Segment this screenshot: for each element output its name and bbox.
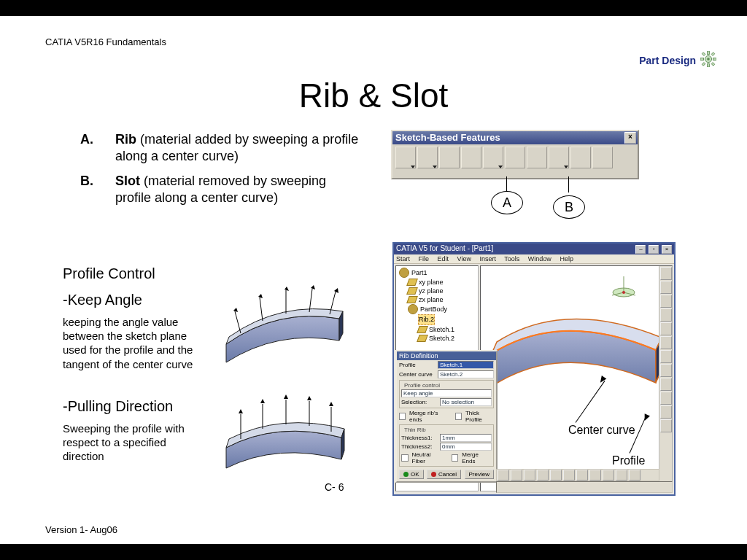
thickness2-field[interactable]: 0mm [440, 443, 492, 451]
dialog-title: Rib Definition [397, 351, 496, 360]
vtool-btn[interactable] [660, 336, 672, 349]
catia-window-title: CATIA V5 for Student - [Part1] [396, 244, 493, 254]
close-icon[interactable]: × [624, 132, 636, 144]
merge-ends2-checkbox[interactable] [452, 454, 459, 462]
vtool-btn[interactable] [660, 267, 672, 280]
svg-marker-15 [233, 308, 238, 312]
merge-ends-checkbox[interactable] [399, 413, 406, 420]
footer-text: Version 1- Aug06 [45, 524, 117, 535]
menu-tools[interactable]: Tools [504, 255, 519, 262]
tree-sketch2[interactable]: Sketch.2 [429, 334, 454, 343]
multisections-button[interactable] [570, 147, 591, 168]
vtool-btn[interactable] [660, 392, 672, 405]
btool[interactable] [498, 470, 509, 481]
removed-multisections-button[interactable] [592, 147, 613, 168]
selection-field[interactable]: No selection [440, 398, 492, 406]
keep-angle-illustration [219, 279, 350, 366]
svg-rect-1 [708, 51, 710, 55]
neutral-fiber-label: Neutral Fiber [412, 451, 444, 464]
vtool-btn[interactable] [660, 405, 672, 419]
center-curve-annotation: Center curve [568, 424, 635, 437]
slot-button[interactable] [527, 147, 547, 168]
btool[interactable] [616, 470, 627, 481]
minimize-icon[interactable]: – [635, 245, 646, 254]
btool[interactable] [563, 470, 575, 481]
vtool-btn[interactable] [660, 295, 672, 308]
profile-control-select[interactable]: Keep angle [401, 389, 492, 397]
hole-button[interactable] [483, 147, 503, 168]
btool[interactable] [589, 470, 601, 481]
center-curve-field[interactable]: Sketch.2 [438, 370, 494, 378]
pad-button[interactable] [395, 147, 416, 168]
menu-edit[interactable]: Edit [438, 255, 449, 262]
vtool-btn[interactable] [660, 308, 672, 322]
menu-view[interactable]: View [457, 255, 471, 262]
bottom-toolbar [496, 469, 659, 481]
status-bar [496, 481, 673, 493]
def-b-desc: (material removed by sweeping profile al… [115, 174, 326, 205]
rib-definition-dialog: Rib Definition ProfileSketch.1 Center cu… [395, 350, 498, 483]
pocket-button[interactable] [417, 147, 438, 168]
tree-zx[interactable]: zx plane [419, 295, 444, 304]
thickness1-field[interactable]: 1mm [440, 434, 492, 442]
shaft-button[interactable] [439, 147, 460, 168]
tree-root[interactable]: Part1 [411, 268, 427, 277]
maximize-icon[interactable]: ▫ [649, 245, 659, 254]
thickness1-label: Thickness1: [401, 435, 438, 441]
tree-xy[interactable]: xy plane [419, 278, 444, 287]
keep-angle-heading: -Keep Angle [63, 292, 142, 308]
menu-start[interactable]: Start [396, 255, 410, 262]
neutral-fiber-checkbox[interactable] [401, 454, 409, 462]
def-b-term: Slot [115, 174, 140, 188]
keep-angle-desc: keeping the angle value between the sket… [63, 315, 209, 371]
btool[interactable] [511, 470, 522, 481]
tree-body[interactable]: PartBody [420, 305, 447, 314]
groove-button[interactable] [461, 147, 481, 168]
vtool-btn[interactable] [660, 419, 672, 432]
profile-field[interactable]: Sketch.1 [438, 361, 494, 369]
tree-rib[interactable]: Rib.2 [418, 314, 435, 324]
ok-button[interactable]: OK [399, 470, 424, 479]
cancel-button[interactable]: Cancel [427, 470, 461, 479]
svg-marker-27 [284, 394, 288, 399]
profile-annotation: Profile [612, 454, 645, 467]
viewport-toolbar [659, 266, 673, 491]
pulling-direction-desc: Sweeping the profile with respect to a s… [63, 421, 209, 464]
profile-control-heading: Profile Control [63, 265, 155, 282]
btool[interactable] [576, 470, 588, 481]
btool[interactable] [550, 470, 562, 481]
vtool-btn[interactable] [660, 350, 672, 363]
vtool-btn[interactable] [660, 281, 672, 294]
menu-window[interactable]: Window [528, 255, 551, 262]
svg-marker-17 [285, 287, 289, 291]
selection-label: Selection: [401, 399, 438, 405]
def-b-letter: B. [80, 173, 115, 207]
pulling-direction-heading: -Pulling Direction [63, 398, 173, 415]
close-window-icon[interactable]: × [662, 245, 672, 254]
menu-file[interactable]: File [419, 255, 430, 262]
menu-insert[interactable]: Insert [479, 255, 496, 262]
rib-button[interactable] [505, 147, 525, 168]
btool[interactable] [603, 470, 614, 481]
center-curve-label: Center curve [399, 371, 436, 378]
viewport-3d[interactable]: Center curve Profile [480, 265, 673, 491]
thick-profile-checkbox[interactable] [455, 413, 462, 420]
stiffener-button[interactable] [549, 147, 569, 168]
part-design-label: Part Design [639, 55, 696, 66]
vtool-btn[interactable] [660, 364, 672, 377]
merge-ends-label: Merge rib's ends [409, 410, 447, 423]
btool[interactable] [629, 470, 640, 481]
vtool-btn[interactable] [660, 322, 672, 335]
vtool-btn[interactable] [660, 378, 672, 391]
menu-help[interactable]: Help [560, 255, 573, 262]
tree-sketch1[interactable]: Sketch.1 [429, 325, 454, 334]
svg-rect-4 [713, 58, 716, 61]
btool[interactable] [537, 470, 549, 481]
plane-icon [406, 279, 418, 286]
btool[interactable] [524, 470, 535, 481]
merge-ends2-label: Merge Ends [462, 451, 492, 464]
svg-point-9 [707, 58, 710, 61]
tree-yz[interactable]: yz plane [419, 287, 444, 295]
preview-button[interactable]: Preview [465, 470, 494, 479]
svg-marker-19 [334, 288, 338, 293]
